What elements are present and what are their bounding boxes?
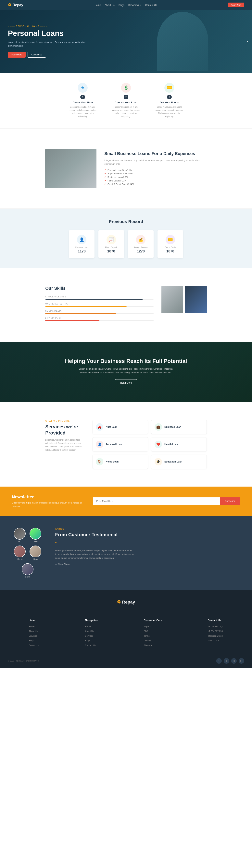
step-number-2: 2 bbox=[123, 95, 129, 99]
skill-fill-1 bbox=[45, 299, 143, 300]
skill-online-marketing: ONLINE MARKETING bbox=[45, 303, 153, 307]
avatar-client-3: Client3 bbox=[14, 546, 26, 560]
footer-col-contact: Contact Us 123 Street, City +1 234 567 8… bbox=[208, 619, 223, 648]
cta-read-more-button[interactable]: Read More bbox=[115, 379, 137, 386]
footer-link-item: Services bbox=[29, 634, 39, 638]
check-icon-1: ✔ bbox=[104, 168, 106, 172]
step-number-3: 3 bbox=[167, 95, 172, 99]
record-card-credit-cards: 💳 Credit Cards 1070 bbox=[157, 230, 183, 258]
footer-logo-icon: ♻ bbox=[117, 599, 121, 605]
about-text: Small Business Loans For a Daily Expense… bbox=[104, 151, 207, 186]
credit-cards-number: 1070 bbox=[161, 249, 179, 253]
about-feature-list: ✔Personal Loan @ to 14% ✔Adjustable rate… bbox=[104, 168, 207, 186]
footer: ♻ Repay Links Home About Us Services Blo… bbox=[0, 590, 252, 668]
footer-brand: ♻ Repay bbox=[8, 599, 244, 611]
savings-label: Savings Account bbox=[132, 246, 150, 249]
avatar-circle-2 bbox=[30, 528, 41, 539]
google-plus-icon[interactable]: g+ bbox=[239, 658, 244, 664]
footer-link-item: Blogs bbox=[29, 639, 39, 642]
process-step-1: ★ 1 Check Your Rate Donec malesuada elit… bbox=[67, 83, 99, 118]
avatar-circle-4 bbox=[30, 546, 41, 557]
footer-nav-item: Blogs bbox=[85, 639, 98, 642]
services-title: Services we're Provided bbox=[45, 424, 85, 436]
navigation: ♻ Repay Home About Us Blogs Drawdown ▾ C… bbox=[0, 0, 252, 10]
about-list-item: ✔Home Loan @ 11% bbox=[104, 179, 207, 182]
record-section: Previous Record 👤 Personal Loan 1170 📈 F… bbox=[0, 209, 252, 268]
facebook-icon[interactable]: f bbox=[216, 658, 222, 664]
hero-read-more-button[interactable]: Read More bbox=[8, 52, 26, 58]
services-section: WHAT WE PROVIDE Services we're Provided … bbox=[0, 402, 252, 487]
check-icon-5: ✔ bbox=[104, 183, 106, 186]
social-icons: f t in g+ bbox=[216, 658, 244, 664]
process-section: ★ 1 Check Your Rate Donec malesuada elit… bbox=[0, 73, 252, 128]
brand-logo[interactable]: ♻ Repay bbox=[8, 3, 23, 7]
nav-links: Home About Us Blogs Drawdown ▾ Contact U… bbox=[95, 3, 157, 7]
services-grid: 🚗 Auto Loan 💼 Business Loan 👤 Personal L… bbox=[93, 420, 207, 469]
auto-loan-label: Auto Loan bbox=[106, 426, 117, 428]
services-content-wrapper: WHAT WE PROVIDE Services we're Provided … bbox=[37, 408, 215, 480]
record-card-savings: 💰 Savings Account 1270 bbox=[128, 230, 153, 258]
nav-drawdown[interactable]: Drawdown ▾ bbox=[129, 4, 141, 6]
nav-apply-button[interactable]: Apply Now bbox=[228, 3, 244, 7]
skill-social-media: SOCIAL MEDIA bbox=[45, 310, 153, 314]
check-icon-2: ✔ bbox=[104, 172, 106, 175]
service-card-personal-loan: 👤 Personal Loan bbox=[93, 437, 148, 452]
footer-nav-item: About Us bbox=[85, 629, 98, 633]
nav-contact[interactable]: Contact Us bbox=[145, 4, 157, 6]
service-card-home-loan: 🏠 Home Loan bbox=[93, 455, 148, 469]
hero-contact-button[interactable]: Contact Us bbox=[28, 52, 46, 58]
avatar-row-3: Client5 bbox=[22, 563, 33, 578]
personal-loan-service-icon: 👤 bbox=[96, 441, 103, 448]
service-card-education-loan: 🎓 Education Loan bbox=[151, 455, 207, 469]
footer-nav-item: Services bbox=[85, 634, 98, 638]
hero-person-shape bbox=[157, 12, 208, 71]
skill-fill-3 bbox=[45, 313, 116, 314]
skill-bar-2 bbox=[45, 306, 153, 307]
nav-about[interactable]: About Us bbox=[105, 4, 114, 6]
services-text: WHAT WE PROVIDE Services we're Provided … bbox=[45, 420, 85, 452]
skill-bar-1 bbox=[45, 299, 153, 300]
education-loan-label: Education Loan bbox=[165, 460, 182, 463]
savings-icon: 💰 bbox=[136, 235, 145, 244]
footer-care-item: Privacy bbox=[144, 639, 162, 642]
testimonial-content: WORDS From Customer Testimonial " Lorem … bbox=[55, 528, 138, 578]
footer-care-item: Support bbox=[144, 624, 162, 628]
newsletter-subscribe-button[interactable]: Subscribe bbox=[220, 497, 240, 505]
record-card-fixed-deposit: 📈 Fixed Deposit 1070 bbox=[99, 230, 124, 258]
service-card-auto-loan: 🚗 Auto Loan bbox=[93, 420, 148, 434]
process-step-3: 💳 3 Get Your Funds Donec malesuada elit … bbox=[153, 83, 185, 118]
skill-bar-4 bbox=[45, 320, 153, 321]
footer-columns: Links Home About Us Services Blogs Conta… bbox=[8, 619, 244, 648]
record-card-personal-loan: 👤 Personal Loan 1170 bbox=[69, 230, 95, 258]
nav-blogs[interactable]: Blogs bbox=[118, 4, 124, 6]
about-list-item: ✔Adjustable rate to 64 EMIs bbox=[104, 172, 207, 175]
step-1-title: Check Your Rate bbox=[67, 101, 99, 104]
skill-image-2 bbox=[185, 286, 207, 313]
hero-next-arrow[interactable]: › bbox=[247, 39, 248, 44]
avatar-client-4: Client4 bbox=[30, 546, 41, 560]
about-list-item: ✔Business Loan @ 9% bbox=[104, 176, 207, 179]
home-loan-label: Home Loan bbox=[106, 460, 118, 463]
footer-col-links: Links Home About Us Services Blogs Conta… bbox=[29, 619, 39, 648]
testimonial-avatars: Client1 Client2 Client3 Client4 bbox=[8, 528, 47, 578]
business-loan-icon: 💼 bbox=[154, 423, 162, 431]
brand-name: Repay bbox=[12, 3, 23, 7]
footer-contact-item: 123 Street, City bbox=[208, 624, 223, 628]
personal-loan-service-label: Personal Loan bbox=[106, 443, 122, 446]
newsletter-email-input[interactable] bbox=[93, 497, 220, 505]
twitter-icon[interactable]: t bbox=[224, 658, 229, 664]
nav-home[interactable]: Home bbox=[95, 4, 101, 6]
skills-title: Our Skills bbox=[45, 286, 153, 291]
avatar-circle-3 bbox=[14, 546, 26, 557]
avatar-row-2: Client3 Client4 bbox=[14, 546, 41, 560]
avatar-client-2: Client2 bbox=[30, 528, 41, 542]
linkedin-icon[interactable]: in bbox=[231, 658, 237, 664]
testimonial-section: Client1 Client2 Client3 Client4 bbox=[0, 516, 252, 590]
record-cards-container: 👤 Personal Loan 1170 📈 Fixed Deposit 107… bbox=[8, 230, 244, 258]
check-rate-icon: ★ bbox=[78, 83, 87, 93]
service-card-business-loan: 💼 Business Loan bbox=[151, 420, 207, 434]
avatar-circle-5 bbox=[22, 563, 33, 575]
about-list-item: ✔Personal Loan @ to 14% bbox=[104, 168, 207, 172]
footer-link-item: Home bbox=[29, 624, 39, 628]
footer-care-title: Customer Care bbox=[144, 619, 162, 622]
